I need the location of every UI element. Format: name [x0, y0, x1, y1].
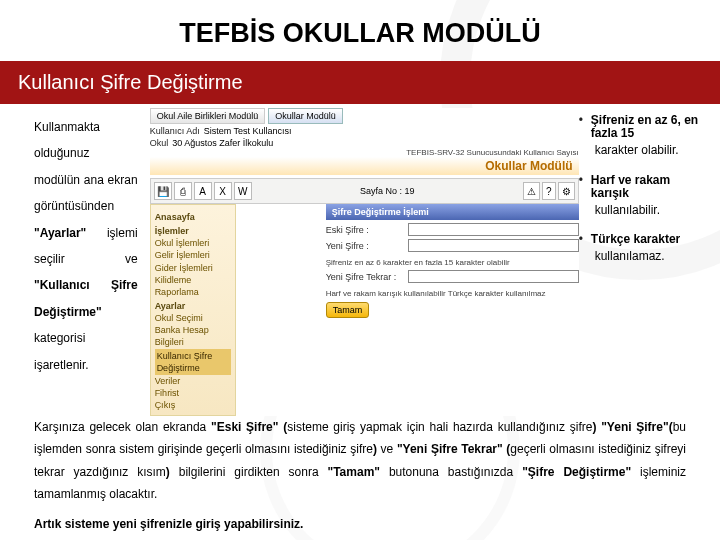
sidebar-item[interactable]: Fihrist [155, 387, 231, 399]
helper-text-2: Harf ve rakam karışık kullanılabilir Tür… [326, 289, 579, 298]
page-title: TEFBİS OKULLAR MODÜLÜ [0, 0, 720, 61]
sidebar-item[interactable]: Kullanıcı Şifre Değiştirme [155, 349, 231, 375]
rule-3a: Türkçe karakter [591, 233, 680, 246]
rule-2a: Harf ve rakam karışık [591, 174, 702, 200]
username-label: Kullanıcı Adı [150, 126, 200, 136]
paragraph-1: Karşınıza gelecek olan ekranda "Eski Şif… [34, 416, 686, 505]
sidebar-heading: Anasayfa [155, 211, 231, 223]
page-number: Sayfa No : 19 [254, 186, 521, 196]
old-password-label: Eski Şifre : [326, 225, 404, 235]
rule-1a: Şifreniz en az 6, en fazla 15 [591, 114, 702, 140]
error-report-icon[interactable]: ⚠ [523, 182, 540, 200]
rule-2b: kullanılabilir. [595, 204, 660, 217]
help-icon[interactable]: ? [542, 182, 556, 200]
rule-1b: karakter olabilir. [595, 144, 679, 157]
export-pdf-icon[interactable]: A [194, 182, 212, 200]
instruction-text: Kullanmakta olduğunuz modülün ana ekran … [34, 114, 138, 378]
tab-okullar-modulu[interactable]: Okullar Modülü [268, 108, 343, 124]
school-value: 30 Ağustos Zafer İlkokulu [172, 138, 578, 148]
sidebar-item[interactable]: Veriler [155, 375, 231, 387]
toolbar: 💾⎙AXWSayfa No : 19⚠?⚙ [150, 178, 579, 204]
print-icon[interactable]: ⎙ [174, 182, 192, 200]
section-heading: Kullanıcı Şifre Değiştirme [0, 61, 720, 104]
sidebar-item[interactable]: Raporlama [155, 286, 231, 298]
panel-title: Şifre Değiştirme İşlemi [326, 204, 579, 220]
sidebar-heading: Ayarlar [155, 300, 231, 312]
sidebar-item[interactable]: Gelir İşlemleri [155, 249, 231, 261]
sidebar-item[interactable]: Okul Seçimi [155, 312, 231, 324]
sidebar: AnasayfaİşlemlerOkul İşlemleriGelir İşle… [150, 204, 236, 416]
module-header: Okullar Modülü [150, 157, 579, 175]
sidebar-item[interactable]: Okul İşlemleri [155, 237, 231, 249]
save-icon[interactable]: 💾 [154, 182, 172, 200]
new-password-input[interactable] [408, 239, 579, 252]
export-excel-icon[interactable]: X [214, 182, 232, 200]
sidebar-item[interactable]: Çıkış [155, 399, 231, 411]
paragraph-2: Artık sisteme yeni şifrenizle giriş yapa… [34, 513, 686, 535]
rule-3b: kullanılamaz. [595, 250, 665, 263]
submit-button[interactable]: Tamam [326, 302, 370, 318]
sidebar-item[interactable]: Kilidleme [155, 274, 231, 286]
old-password-input[interactable] [408, 223, 579, 236]
sidebar-item[interactable]: Gider İşlemleri [155, 262, 231, 274]
rules-list: •Şifreniz en az 6, en fazla 15 karakter … [579, 114, 702, 264]
tab-okul-aile[interactable]: Okul Aile Birlikleri Modülü [150, 108, 266, 124]
helper-text-1: Şifreniz en az 6 karakter en fazla 15 ka… [326, 258, 579, 267]
settings-icon[interactable]: ⚙ [558, 182, 575, 200]
app-screenshot: Okul Aile Birlikleri Modülü Okullar Modü… [150, 108, 579, 416]
school-label: Okul [150, 138, 169, 148]
server-info: TEFBIS-SRV-32 Sunucusundaki Kullanıcı Sa… [150, 148, 579, 157]
new-password2-label: Yeni Şifre Tekrar : [326, 272, 404, 282]
new-password-label: Yeni Şifre : [326, 241, 404, 251]
new-password2-input[interactable] [408, 270, 579, 283]
sidebar-heading: İşlemler [155, 225, 231, 237]
export-word-icon[interactable]: W [234, 182, 252, 200]
sidebar-item[interactable]: Banka Hesap Bilgileri [155, 324, 231, 348]
username-value: Sistem Test Kullancısı [204, 126, 579, 136]
